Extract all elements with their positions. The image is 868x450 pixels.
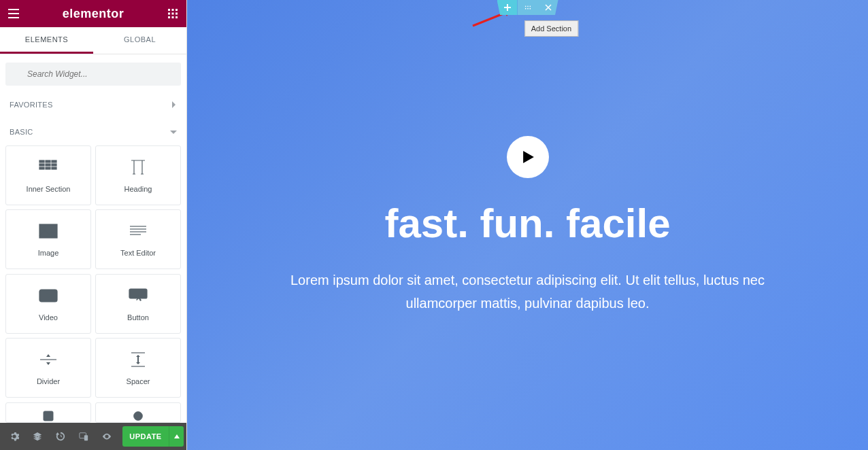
heading-icon bbox=[129, 158, 148, 177]
preview-button[interactable] bbox=[95, 423, 118, 450]
navigator-button[interactable] bbox=[26, 423, 49, 450]
category-favorites[interactable]: FAVORITES bbox=[0, 91, 186, 118]
svg-rect-12 bbox=[39, 160, 44, 162]
category-label: FAVORITES bbox=[10, 101, 53, 109]
svg-rect-13 bbox=[46, 160, 50, 162]
grid-icon bbox=[168, 9, 178, 18]
gear-icon bbox=[10, 432, 19, 441]
svg-point-43 bbox=[529, 8, 531, 10]
category-basic[interactable]: BASIC bbox=[0, 118, 186, 145]
add-section-button[interactable] bbox=[497, 0, 518, 15]
maps-icon bbox=[39, 410, 58, 422]
svg-point-39 bbox=[527, 6, 529, 7]
widget-label: Text Editor bbox=[120, 249, 156, 257]
svg-point-33 bbox=[134, 411, 143, 420]
svg-rect-35 bbox=[84, 435, 88, 440]
svg-rect-15 bbox=[39, 164, 44, 166]
svg-rect-8 bbox=[176, 13, 178, 15]
svg-rect-4 bbox=[172, 9, 174, 11]
svg-rect-16 bbox=[46, 164, 50, 166]
hamburger-menu-button[interactable] bbox=[0, 0, 27, 27]
widget-heading[interactable]: Heading bbox=[95, 145, 181, 205]
widget-inner-section[interactable]: Inner Section bbox=[5, 145, 91, 205]
widget-partial[interactable] bbox=[95, 402, 181, 423]
svg-point-42 bbox=[527, 8, 529, 10]
layers-icon bbox=[33, 432, 42, 441]
hero-section: fast. fun. facile Lorem ipsum dolor sit … bbox=[187, 0, 868, 450]
editor-canvas: Add Section fast. fun. facile Lorem ipsu… bbox=[187, 0, 868, 450]
panel-tabs: ELEMENTS GLOBAL bbox=[0, 27, 186, 54]
svg-rect-0 bbox=[8, 9, 19, 10]
svg-rect-5 bbox=[176, 9, 178, 11]
svg-rect-14 bbox=[52, 160, 56, 162]
widget-spacer[interactable]: Spacer bbox=[95, 338, 181, 398]
svg-rect-7 bbox=[172, 13, 174, 15]
svg-rect-20 bbox=[52, 167, 56, 169]
image-icon bbox=[39, 222, 58, 241]
caret-up-icon bbox=[174, 434, 180, 438]
svg-point-22 bbox=[43, 227, 46, 230]
widget-text-editor[interactable]: Text Editor bbox=[95, 209, 181, 269]
divider-icon bbox=[39, 350, 58, 369]
widget-video[interactable]: Video bbox=[5, 274, 91, 334]
hero-title[interactable]: fast. fun. facile bbox=[384, 200, 670, 247]
chevron-down-icon bbox=[170, 128, 177, 135]
svg-rect-17 bbox=[52, 164, 56, 166]
svg-point-41 bbox=[524, 8, 526, 10]
widget-partial[interactable] bbox=[5, 402, 91, 423]
section-handle bbox=[497, 0, 558, 15]
hero-text[interactable]: Lorem ipsum dolor sit amet, consectetur … bbox=[290, 269, 766, 315]
svg-rect-9 bbox=[168, 16, 170, 18]
eye-icon bbox=[102, 432, 112, 441]
category-label: BASIC bbox=[10, 128, 33, 136]
widget-label: Heading bbox=[124, 185, 152, 193]
widget-label: Spacer bbox=[127, 377, 150, 385]
editor-sidebar: elementor ELEMENTS GLOBAL FAVORITES BASI… bbox=[0, 0, 187, 450]
svg-rect-19 bbox=[46, 167, 50, 169]
svg-rect-32 bbox=[44, 411, 53, 421]
button-icon bbox=[129, 286, 148, 305]
search-input[interactable] bbox=[5, 63, 181, 86]
sidebar-header: elementor bbox=[0, 0, 186, 27]
drag-dots-icon bbox=[524, 4, 531, 11]
text-editor-icon bbox=[129, 222, 148, 241]
responsive-icon bbox=[79, 432, 88, 441]
apps-grid-button[interactable] bbox=[159, 0, 186, 27]
svg-point-40 bbox=[529, 6, 531, 7]
brand-logo: elementor bbox=[63, 7, 124, 21]
widget-label: Divider bbox=[37, 377, 60, 385]
svg-rect-11 bbox=[176, 16, 178, 18]
widgets-grid: Inner Section Heading Image Text Editor … bbox=[0, 145, 186, 423]
hamburger-icon bbox=[8, 9, 19, 18]
svg-rect-1 bbox=[8, 13, 19, 14]
responsive-button[interactable] bbox=[72, 423, 95, 450]
update-dropdown-button[interactable] bbox=[169, 426, 184, 447]
spacer-icon bbox=[129, 350, 148, 369]
tab-global[interactable]: GLOBAL bbox=[93, 27, 186, 54]
svg-rect-3 bbox=[168, 9, 170, 11]
delete-section-button[interactable] bbox=[538, 0, 558, 15]
play-button[interactable] bbox=[507, 136, 549, 178]
widget-image[interactable]: Image bbox=[5, 209, 91, 269]
plus-icon bbox=[504, 4, 511, 11]
widget-button[interactable]: Button bbox=[95, 274, 181, 334]
history-button[interactable] bbox=[49, 423, 72, 450]
columns-icon bbox=[39, 158, 58, 177]
icon-widget-icon bbox=[129, 410, 148, 422]
update-button[interactable]: UPDATE bbox=[122, 426, 169, 447]
svg-rect-10 bbox=[172, 16, 174, 18]
svg-point-38 bbox=[524, 6, 526, 7]
update-button-group: UPDATE bbox=[122, 426, 184, 447]
widget-divider[interactable]: Divider bbox=[5, 338, 91, 398]
add-section-tooltip: Add Section bbox=[524, 20, 578, 37]
sidebar-footer: UPDATE bbox=[0, 423, 186, 450]
play-icon bbox=[522, 151, 535, 163]
video-icon bbox=[39, 286, 58, 305]
history-icon bbox=[56, 432, 65, 441]
close-icon bbox=[545, 4, 552, 11]
widget-label: Button bbox=[127, 313, 149, 322]
edit-section-button[interactable] bbox=[518, 0, 538, 15]
tab-elements[interactable]: ELEMENTS bbox=[0, 27, 93, 54]
settings-button[interactable] bbox=[3, 423, 26, 450]
svg-rect-2 bbox=[8, 17, 19, 18]
